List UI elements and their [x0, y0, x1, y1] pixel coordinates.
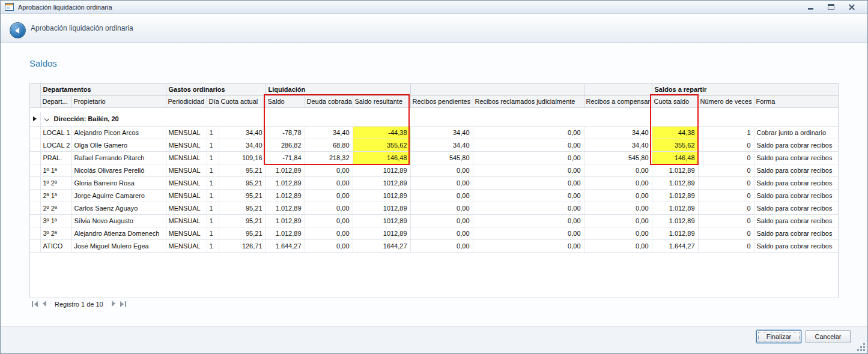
- cell-r3-c13[interactable]: Saldo para cobrar recibos: [754, 164, 838, 176]
- cell-r1-c10[interactable]: 34,40: [584, 139, 652, 151]
- cell-r9-c13[interactable]: Saldo para cobrar recibos: [754, 239, 838, 252]
- column-header-10[interactable]: Recibos a compensar: [584, 95, 652, 107]
- cell-r4-c12[interactable]: 0: [698, 176, 754, 189]
- cell-r9-c11[interactable]: 1.644,27: [652, 239, 698, 252]
- cell-r1-c3[interactable]: 1: [207, 139, 219, 151]
- cell-r9-c5[interactable]: 1.644,27: [266, 239, 305, 252]
- cell-r1-c4[interactable]: 34,40: [219, 139, 266, 151]
- cancelar-button[interactable]: Cancelar: [806, 330, 851, 343]
- cell-r2-c1[interactable]: Rafael Ferrando Pitarch: [71, 151, 166, 164]
- cell-r7-c6[interactable]: 0,00: [305, 214, 353, 227]
- column-band-0[interactable]: Departamentos: [40, 84, 166, 95]
- column-header-4[interactable]: Cuota actual: [219, 95, 266, 107]
- cell-r7-c1[interactable]: Sílvia Novo Augusto: [71, 214, 166, 227]
- cell-r2-c3[interactable]: 1: [207, 151, 219, 164]
- cell-r1-c2[interactable]: MENSUAL: [166, 139, 207, 151]
- cell-r8-c1[interactable]: Alejandro Atienza Domenech: [71, 227, 166, 239]
- cell-r3-c8[interactable]: 0,00: [410, 164, 473, 176]
- column-header-6[interactable]: Deuda cobrada: [305, 95, 353, 107]
- cell-r9-c6[interactable]: 0,00: [305, 239, 353, 252]
- cell-r0-c10[interactable]: 34,40: [584, 126, 652, 139]
- cell-r0-c13[interactable]: Cobrar junto a ordinario: [754, 126, 838, 139]
- cell-r4-c9[interactable]: 0,00: [473, 176, 584, 189]
- pager-next-button[interactable]: [112, 301, 115, 308]
- cell-r0-c11[interactable]: 44,38: [652, 126, 698, 139]
- cell-r1-c7[interactable]: 355,62: [353, 139, 410, 151]
- cell-r8-c7[interactable]: 1012,89: [353, 227, 410, 239]
- cell-r6-c1[interactable]: Carlos Saenz Aguayo: [71, 202, 166, 214]
- cell-r9-c12[interactable]: 0: [698, 239, 754, 252]
- column-header-9[interactable]: Recibos reclamados judicialmente: [473, 95, 584, 107]
- cell-r2-c10[interactable]: 545,80: [584, 151, 652, 164]
- cell-r9-c9[interactable]: 0,00: [473, 239, 584, 252]
- cell-r5-c1[interactable]: Jorge Aguirre Camarero: [71, 189, 166, 202]
- title-bar[interactable]: Aprobación liquidación ordinaria: [1, 1, 867, 14]
- cell-r2-c7[interactable]: 146,48: [353, 151, 410, 164]
- cell-r0-c9[interactable]: 0,00: [473, 126, 584, 139]
- cell-r9-c3[interactable]: 1: [207, 239, 219, 252]
- cell-r4-c3[interactable]: 1: [207, 176, 219, 189]
- cell-r1-c13[interactable]: Saldo para cobrar recibos: [754, 139, 838, 151]
- cell-r9-c10[interactable]: 0,00: [584, 239, 652, 252]
- pager-last-button[interactable]: [120, 301, 126, 307]
- cell-r2-c4[interactable]: 109,16: [219, 151, 266, 164]
- cell-r1-c0[interactable]: LOCAL 2: [40, 139, 71, 151]
- cell-r2-c9[interactable]: 0,00: [473, 151, 584, 164]
- cell-r5-c3[interactable]: 1: [207, 189, 219, 202]
- table-row[interactable]: 1º 2ªGloria Barreiro RosaMENSUAL195,211.…: [30, 176, 838, 189]
- cell-r8-c2[interactable]: MENSUAL: [166, 227, 207, 239]
- cell-r8-c8[interactable]: 0,00: [410, 227, 473, 239]
- cell-r2-c0[interactable]: PRAL.: [40, 151, 71, 164]
- cell-r6-c8[interactable]: 0,00: [410, 202, 473, 214]
- cell-r4-c1[interactable]: Gloria Barreiro Rosa: [71, 176, 166, 189]
- column-band-1[interactable]: Gastos ordinarios: [166, 84, 266, 95]
- cell-r5-c4[interactable]: 95,21: [219, 189, 266, 202]
- cell-r8-c9[interactable]: 0,00: [473, 227, 584, 239]
- cell-r4-c8[interactable]: 0,00: [410, 176, 473, 189]
- cell-r8-c0[interactable]: 3º 2ª: [40, 227, 71, 239]
- cell-r6-c2[interactable]: MENSUAL: [166, 202, 207, 214]
- column-header-11[interactable]: Cuota saldo: [652, 95, 698, 107]
- cell-r5-c0[interactable]: 2ª 1ª: [40, 189, 71, 202]
- column-band-2[interactable]: Liquidación: [266, 84, 410, 95]
- cell-r3-c10[interactable]: 0,00: [584, 164, 652, 176]
- cell-r6-c0[interactable]: 2º 2ª: [40, 202, 71, 214]
- cell-r3-c1[interactable]: Nicolás Olivares Perelló: [71, 164, 166, 176]
- cell-r2-c5[interactable]: -71,84: [266, 151, 305, 164]
- cell-r6-c12[interactable]: 0: [698, 202, 754, 214]
- cell-r5-c5[interactable]: 1.012,89: [266, 189, 305, 202]
- column-band-5[interactable]: Saldos a repartir: [652, 84, 838, 95]
- cell-r9-c1[interactable]: José Miguel Mulero Egea: [71, 239, 166, 252]
- cell-r3-c12[interactable]: 0: [698, 164, 754, 176]
- cell-r3-c3[interactable]: 1: [207, 164, 219, 176]
- cell-r0-c0[interactable]: LOCAL 1: [40, 126, 71, 139]
- column-header-12[interactable]: Número de veces: [698, 95, 754, 107]
- cell-r5-c9[interactable]: 0,00: [473, 189, 584, 202]
- table-row[interactable]: 2º 2ªCarlos Saenz AguayoMENSUAL195,211.0…: [30, 202, 838, 214]
- cell-r1-c5[interactable]: 286,82: [266, 139, 305, 151]
- cell-r3-c2[interactable]: MENSUAL: [166, 164, 207, 176]
- back-button[interactable]: [10, 22, 26, 38]
- cell-r8-c6[interactable]: 0,00: [305, 227, 353, 239]
- cell-r0-c6[interactable]: 34,40: [305, 126, 353, 139]
- cell-r5-c12[interactable]: 0: [698, 189, 754, 202]
- cell-r0-c7[interactable]: -44,38: [353, 126, 410, 139]
- cell-r5-c6[interactable]: 0,00: [305, 189, 353, 202]
- table-row[interactable]: 1º 1ªNicolás Olivares PerellóMENSUAL195,…: [30, 164, 838, 176]
- column-header-13[interactable]: Forma: [754, 95, 838, 107]
- cell-r3-c4[interactable]: 95,21: [219, 164, 266, 176]
- cell-r9-c2[interactable]: MENSUAL: [166, 239, 207, 252]
- cell-r4-c6[interactable]: 0,00: [305, 176, 353, 189]
- cell-r0-c3[interactable]: 1: [207, 126, 219, 139]
- cell-r8-c10[interactable]: 0,00: [584, 227, 652, 239]
- cell-r1-c1[interactable]: Olga Olle Gamero: [71, 139, 166, 151]
- column-header-7[interactable]: Saldo resultante: [353, 95, 410, 107]
- column-header-5[interactable]: Saldo: [266, 95, 305, 107]
- cell-r0-c1[interactable]: Alejandro Picon Arcos: [71, 126, 166, 139]
- table-row[interactable]: PRAL.Rafael Ferrando PitarchMENSUAL1109,…: [30, 151, 838, 164]
- column-band-3[interactable]: [410, 84, 584, 95]
- cell-r7-c8[interactable]: 0,00: [410, 214, 473, 227]
- cell-r8-c13[interactable]: Saldo para cobrar recibos: [754, 227, 838, 239]
- cell-r7-c12[interactable]: 0: [698, 214, 754, 227]
- maximize-button[interactable]: [825, 2, 837, 11]
